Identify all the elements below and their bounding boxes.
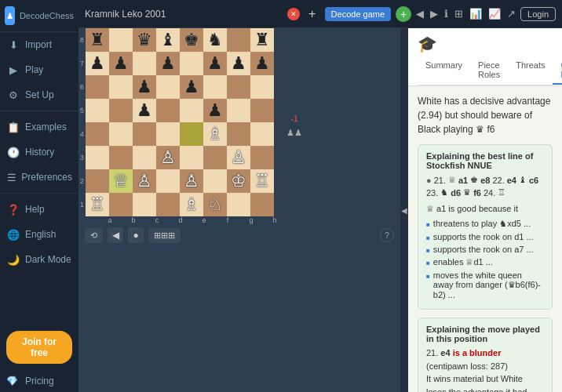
chess-cell[interactable] [180, 99, 203, 122]
chess-cell[interactable] [109, 99, 133, 122]
chess-cell[interactable]: ♟ [133, 75, 156, 99]
chess-cell[interactable]: ♞ [203, 28, 227, 52]
chess-cell[interactable] [203, 169, 227, 193]
chess-piece[interactable]: ♟ [228, 53, 250, 74]
chess-cell[interactable] [203, 75, 227, 99]
flip-button[interactable]: ⟲ [85, 228, 103, 243]
chess-piece[interactable]: ♟ [204, 53, 226, 74]
chess-cell[interactable] [227, 122, 250, 146]
chess-cell[interactable] [180, 122, 203, 146]
chess-cell[interactable]: ♚ [180, 28, 203, 52]
chess-cell[interactable] [86, 169, 109, 193]
chess-piece[interactable]: ♙ [228, 147, 250, 169]
chess-piece[interactable]: ♛ [133, 29, 155, 51]
chess-cell[interactable]: ♟ [109, 52, 133, 75]
chess-cell[interactable]: ♟ [227, 52, 250, 75]
analysis-button[interactable]: ⊞⊞⊞ [148, 228, 181, 243]
login-button[interactable]: Login [520, 7, 556, 21]
sidebar-item-preferences[interactable]: ☰ Preferences [0, 165, 78, 190]
sidebar-item-darkmode[interactable]: 🌙 Dark Mode [0, 247, 78, 272]
chess-cell[interactable] [86, 99, 109, 122]
chess-cell[interactable]: ♙ [227, 146, 250, 169]
tab-threats[interactable]: Threats [508, 56, 553, 85]
chess-cell[interactable] [250, 99, 274, 122]
chess-cell[interactable]: ♟ [156, 52, 180, 75]
next-icon[interactable]: ▶ [430, 8, 438, 20]
sidebar-item-examples[interactable]: 📋 Examples [0, 114, 78, 140]
join-button[interactable]: Join for free [6, 331, 72, 364]
chess-cell[interactable] [180, 146, 203, 169]
chess-board[interactable]: ♜♛♝♚♞♜♟♟♟♟♟♟♟♟♟♟♗♙♙♕♙♙♔♖♖♗♘ [86, 28, 286, 216]
chess-cell[interactable] [227, 75, 250, 99]
chess-cell[interactable]: ♙ [133, 169, 156, 193]
chess-piece[interactable]: ♗ [181, 194, 203, 216]
chess-cell[interactable] [109, 28, 133, 52]
panel-collapse[interactable]: ◀ [400, 28, 408, 392]
chess-piece[interactable]: ♟ [133, 76, 155, 98]
chess-piece[interactable]: ♟ [251, 53, 273, 74]
chess-cell[interactable] [109, 122, 133, 146]
chess-piece[interactable]: ♔ [228, 170, 250, 192]
chess-cell[interactable]: ♟ [86, 52, 109, 75]
chess-piece[interactable]: ♟ [204, 100, 226, 122]
chess-cell[interactable] [250, 193, 274, 216]
chess-piece[interactable]: ♚ [181, 29, 203, 51]
tab-good-moves[interactable]: Good Moves [553, 56, 562, 85]
chess-cell[interactable] [250, 75, 274, 99]
chess-cell[interactable] [86, 146, 109, 169]
chess-cell[interactable]: ♖ [86, 193, 109, 216]
chess-cell[interactable] [109, 193, 133, 216]
decode-game-button[interactable]: Decode game [325, 7, 392, 21]
chess-cell[interactable]: ♙ [156, 146, 180, 169]
sidebar-item-english[interactable]: 🌐 English [0, 222, 78, 247]
chess-cell[interactable]: ♟ [203, 52, 227, 75]
chess-cell[interactable] [133, 52, 156, 75]
chess-piece[interactable]: ♙ [133, 170, 155, 192]
chess-cell[interactable]: ♗ [203, 122, 227, 146]
board-help-button[interactable]: ? [380, 228, 394, 242]
chess-cell[interactable]: ♘ [203, 193, 227, 216]
chess-cell[interactable] [156, 99, 180, 122]
nav-dot-button[interactable]: ● [128, 227, 144, 243]
chess-cell[interactable] [227, 99, 250, 122]
chess-cell[interactable] [227, 193, 250, 216]
chess-piece[interactable]: ♘ [204, 194, 226, 216]
share-icon[interactable]: ↗ [507, 8, 516, 20]
chess-cell[interactable] [133, 122, 156, 146]
sidebar-item-play[interactable]: ▶ Play [0, 57, 78, 82]
chess-piece[interactable]: ♖ [251, 170, 273, 192]
chess-piece[interactable]: ♟ [181, 76, 203, 98]
chess-cell[interactable]: ♗ [180, 193, 203, 216]
chess-cell[interactable] [133, 146, 156, 169]
chess-cell[interactable]: ♟ [250, 52, 274, 75]
add-tab-button[interactable]: + [305, 6, 320, 22]
chess-cell[interactable]: ♟ [180, 75, 203, 99]
chess-cell[interactable]: ♛ [133, 28, 156, 52]
chess-cell[interactable] [109, 146, 133, 169]
chess-cell[interactable] [156, 169, 180, 193]
chess-piece[interactable]: ♕ [110, 170, 132, 192]
chess-piece[interactable]: ♙ [181, 170, 203, 192]
sidebar-item-history[interactable]: 🕐 History [0, 140, 78, 165]
chess-piece[interactable]: ♙ [157, 147, 179, 169]
chess-cell[interactable]: ♜ [86, 28, 109, 52]
chess-piece[interactable]: ♟ [157, 53, 179, 74]
chess-cell[interactable] [86, 122, 109, 146]
chess-cell[interactable] [227, 28, 250, 52]
chess-piece[interactable]: ♟ [86, 53, 108, 74]
chess-piece[interactable]: ♟ [133, 100, 155, 122]
decode-plus-button[interactable]: + [396, 6, 411, 22]
sidebar-item-import[interactable]: ⬇ Import [0, 32, 78, 57]
prev-move-button[interactable]: ◀ [108, 227, 123, 243]
chess-cell[interactable]: ♖ [250, 169, 274, 193]
chess-cell[interactable]: ♕ [109, 169, 133, 193]
chess-piece[interactable]: ♝ [157, 29, 179, 51]
chess-cell[interactable] [156, 122, 180, 146]
chess-cell[interactable]: ♟ [203, 99, 227, 122]
chess-piece[interactable]: ♜ [86, 29, 108, 51]
chess-cell[interactable] [133, 193, 156, 216]
chess-cell[interactable] [203, 146, 227, 169]
chess-piece[interactable]: ♞ [204, 29, 226, 51]
chess-cell[interactable] [86, 75, 109, 99]
sidebar-item-help[interactable]: ❓ Help [0, 197, 78, 222]
